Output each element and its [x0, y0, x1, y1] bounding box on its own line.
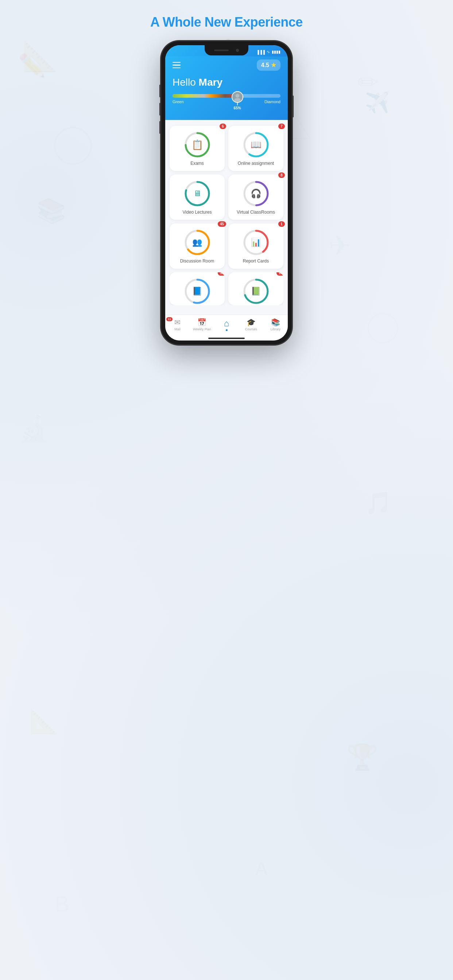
- progress-area: 65% Green Diamond: [172, 94, 281, 113]
- video-lectures-label: Video Lectures: [183, 210, 212, 215]
- svg-point-9: [368, 313, 397, 343]
- home-bar: [208, 337, 245, 339]
- headline-bold: Experience: [234, 14, 303, 30]
- report-cards-label: Report Cards: [243, 258, 269, 264]
- rating-value: 4.5: [261, 62, 269, 68]
- card7-icon: 📘: [192, 286, 202, 296]
- nav-home[interactable]: ⌂: [214, 318, 239, 331]
- exams-icon: 📋: [191, 139, 203, 151]
- hamburger-button[interactable]: [172, 62, 180, 68]
- svg-text:📚: 📚: [37, 197, 66, 225]
- card8-badge: 13: [276, 272, 283, 275]
- avatar-pin: [237, 102, 238, 105]
- card-8[interactable]: 13 📗: [228, 272, 283, 305]
- discussion-room-badge: 45: [218, 221, 226, 227]
- discussion-room-icon-circle: 👥: [184, 229, 211, 256]
- report-cards-icon: 📊: [251, 238, 261, 247]
- exams-icon-circle: 📋: [184, 132, 211, 158]
- card-video-lectures[interactable]: 🖥 Video Lectures: [170, 175, 225, 220]
- home-indicator: [165, 335, 288, 340]
- exams-label: Exams: [190, 161, 204, 166]
- progress-start-label: Green: [172, 100, 184, 104]
- svg-point-8: [55, 127, 91, 164]
- avatar-container: 65%: [231, 91, 243, 110]
- grid-row-4: 31 📘 13: [170, 272, 283, 305]
- online-assignment-badge: 7: [278, 124, 285, 129]
- home-active-dot: [226, 329, 228, 331]
- header-top: 4.5 ★: [172, 59, 281, 71]
- video-lectures-icon-circle: 🖥: [184, 180, 211, 207]
- svg-point-13: [235, 94, 239, 98]
- grid-row-3: 45 👥 Discussion Room 1: [170, 223, 283, 269]
- card7-badge: 31: [218, 272, 225, 275]
- page-headline: A Whole New Experience: [150, 14, 303, 30]
- svg-text:✏: ✏: [357, 68, 379, 97]
- svg-text:🏆: 🏆: [346, 742, 379, 772]
- virtual-classrooms-badge: 8: [278, 172, 285, 178]
- wifi-icon: ∿: [266, 49, 270, 54]
- notch: [205, 45, 248, 56]
- discussion-room-icon: 👥: [192, 238, 202, 247]
- card8-icon: 📗: [251, 286, 261, 296]
- rating-badge: 4.5 ★: [257, 59, 281, 71]
- headline-prefix: A Whole New: [150, 14, 234, 30]
- progress-track: [172, 94, 281, 98]
- card-virtual-classrooms[interactable]: 8 🎧 Virtual ClassRooms: [228, 175, 283, 220]
- card-online-assignment[interactable]: 7 📖 Online assignment: [228, 126, 283, 171]
- nav-courses[interactable]: 🎓 Courses: [239, 318, 263, 331]
- video-lectures-icon: 🖥: [193, 189, 201, 198]
- card7-icon-circle: 📘: [184, 278, 211, 304]
- discussion-room-label: Discussion Room: [180, 258, 214, 264]
- courses-icon: 🎓: [247, 318, 256, 327]
- greeting: Hello Mary: [172, 76, 281, 88]
- card-7[interactable]: 31 📘: [170, 272, 225, 305]
- phone-screen: ▐▐▐ ∿ ▮▮▮▮ 4.5 ★ Hello Mary: [165, 45, 288, 340]
- app-header: 4.5 ★ Hello Mary 65%: [165, 57, 288, 120]
- avatar: [231, 91, 243, 103]
- signal-icon: ▐▐▐: [257, 50, 265, 54]
- virtual-classrooms-icon: 🎧: [250, 188, 262, 199]
- nav-library[interactable]: 📚 Library: [263, 318, 288, 331]
- library-icon: 📚: [271, 318, 280, 327]
- svg-text:✈: ✈: [328, 231, 351, 261]
- svg-text:🎵: 🎵: [365, 490, 392, 516]
- greeting-name: Mary: [199, 76, 222, 88]
- online-assignment-label: Online assignment: [238, 161, 274, 166]
- status-icons: ▐▐▐ ∿ ▮▮▮▮: [257, 49, 281, 54]
- virtual-classrooms-label: Virtual ClassRooms: [237, 210, 275, 215]
- notch-speaker: [214, 49, 229, 51]
- progress-percent: 65%: [234, 106, 241, 110]
- courses-label: Courses: [245, 328, 257, 331]
- grid-row-2: 🖥 Video Lectures 8 🎧: [170, 175, 283, 220]
- greeting-prefix: Hello: [172, 76, 199, 88]
- card8-icon-circle: 📗: [243, 278, 269, 304]
- nav-weekly-plan[interactable]: 📅 Weekly Plan: [190, 318, 214, 331]
- battery-icon: ▮▮▮▮: [272, 49, 281, 54]
- bottom-nav: ✉ 11 Mail 📅 Weekly Plan ⌂ 🎓 Courses 📚 Li…: [165, 315, 288, 335]
- notch-camera: [236, 49, 239, 52]
- exams-badge: 6: [220, 124, 226, 129]
- svg-point-14: [234, 98, 241, 102]
- weekly-plan-label: Weekly Plan: [193, 328, 211, 331]
- online-assignment-icon: 📖: [250, 140, 262, 150]
- card-exams[interactable]: 6 📋 Exams: [170, 126, 225, 171]
- library-label: Library: [271, 328, 281, 331]
- online-assignment-icon-circle: 📖: [243, 132, 269, 158]
- weekly-plan-icon: 📅: [197, 318, 206, 327]
- card-discussion-room[interactable]: 45 👥 Discussion Room: [170, 223, 225, 269]
- svg-text:🔬: 🔬: [18, 414, 50, 444]
- phone-frame: ▐▐▐ ∿ ▮▮▮▮ 4.5 ★ Hello Mary: [161, 41, 292, 345]
- progress-end-label: Diamond: [265, 100, 281, 104]
- mail-badge: 11: [166, 317, 172, 321]
- app-content: 6 📋 Exams 7: [165, 120, 288, 315]
- mail-label: Mail: [174, 328, 180, 331]
- svg-text:📐: 📐: [29, 707, 59, 735]
- svg-text:A: A: [255, 859, 268, 879]
- svg-text:B: B: [55, 892, 69, 916]
- report-cards-badge: 1: [278, 221, 285, 227]
- mail-icon: ✉: [174, 318, 180, 326]
- home-icon: ⌂: [224, 318, 230, 328]
- star-icon: ★: [271, 62, 276, 68]
- nav-mail[interactable]: ✉ 11 Mail: [165, 318, 190, 331]
- card-report-cards[interactable]: 1 📊 Report Cards: [228, 223, 283, 269]
